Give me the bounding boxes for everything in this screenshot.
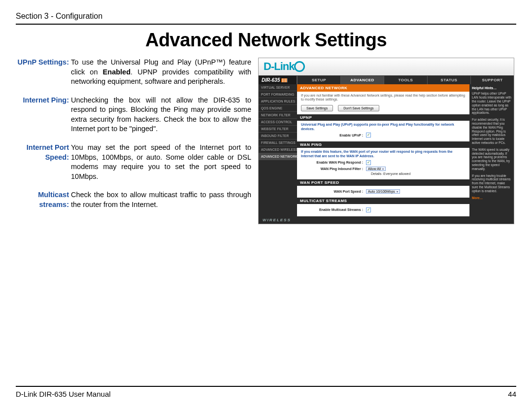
sidenav-item[interactable]: NETWORK FILTER (259, 112, 297, 119)
multicast-heading: MULTICAST STREAMS (297, 198, 469, 204)
wanping-filter-label: WAN Ping Inbound Filter : (301, 167, 366, 171)
router-logo-bar: D-Link (259, 58, 514, 76)
wanping-respond-checkbox[interactable]: ✓ (366, 160, 371, 165)
enable-upnp-label: Enable UPnP : (301, 134, 366, 137)
definition-body: Check the box to allow multicast traffic… (71, 190, 251, 209)
upnp-heading: UPNP (297, 114, 469, 121)
multicast-checkbox[interactable]: ✓ (366, 207, 371, 212)
topnav-item[interactable]: SUPPORT (470, 76, 514, 84)
multicast-label: Enable Multicast Streams : (301, 208, 366, 211)
definition-body: You may set the port speed of the Intern… (71, 143, 251, 181)
intro-text: If you are not familiar with these Advan… (297, 92, 469, 105)
definition-label: UPnP Settings: (16, 58, 71, 87)
sidenav-item[interactable]: WEBSITE FILTER (259, 126, 297, 133)
page-number: 44 (508, 390, 516, 398)
enable-upnp-checkbox[interactable]: ✓ (366, 133, 371, 137)
definition-label: Internet Ping: (16, 96, 71, 134)
definition-row: UPnP Settings:To use the Universal Plug … (16, 58, 251, 87)
upnp-blurb: Universal Plug and Play (UPnP) supports … (301, 123, 466, 132)
topnav-item[interactable]: TOOLS (384, 76, 427, 84)
model-label: DIR-635 (259, 76, 297, 84)
sidenav-item[interactable]: QOS ENGINE (259, 105, 297, 112)
wanping-respond-label: Enable WAN Ping Respond : (301, 161, 366, 164)
sidenav-item[interactable]: INBOUND FILTER (259, 133, 297, 139)
help-panel: Helpful Hints… UPnP helps other UPnP LAN… (469, 84, 514, 216)
definition-body: Unchecking the box will not allow the DI… (71, 96, 251, 134)
help-more-link[interactable]: More… (472, 196, 483, 200)
sidenav-item[interactable]: ACCESS CONTROL (259, 119, 297, 126)
portspeed-select[interactable]: Auto 10/100Mbps (366, 189, 400, 194)
section-header: Section 3 - Configuration (16, 12, 516, 25)
help-p1: UPnP helps other UPnP LAN hosts interope… (472, 92, 511, 115)
router-content: ADVANCED NETWORK If you are not familiar… (297, 84, 469, 216)
content-heading: ADVANCED NETWORK (297, 84, 469, 92)
router-footer: WIRELESS (259, 216, 514, 224)
brand-logo: D-Link (264, 60, 306, 73)
sidenav-item[interactable]: ADVANCED NETWORK (259, 153, 297, 160)
help-heading: Helpful Hints… (472, 86, 511, 90)
help-p4: If you are having trouble receiving mult… (472, 174, 511, 193)
definition-row: Internet Port Speed:You may set the port… (16, 143, 251, 181)
topnav-item[interactable]: STATUS (427, 76, 470, 84)
sidenav-item[interactable]: ADVANCED WIRELESS (259, 146, 297, 153)
top-nav: SETUPADVANCEDTOOLSSTATUSSUPPORT (297, 76, 514, 84)
sidenav-item[interactable]: APPLICATION RULES (259, 98, 297, 105)
side-nav: VIRTUAL SERVERPORT FORWARDINGAPPLICATION… (259, 84, 297, 216)
topnav-item[interactable]: SETUP (297, 76, 340, 84)
sidenav-item[interactable]: VIRTUAL SERVER (259, 84, 297, 91)
wanping-heading: WAN PING (297, 141, 469, 148)
definition-body: To use the Universal Plug and Play (UPnP… (71, 58, 251, 87)
wanping-blurb: If you enable this feature, the WAN port… (301, 150, 466, 159)
sidenav-item[interactable]: PORT FORWARDING (259, 91, 297, 98)
help-p3: The WAN speed is usually detected automa… (472, 148, 511, 171)
footer-left: D-Link DIR-635 User Manual (16, 390, 111, 398)
definition-label: Multicast streams: (16, 190, 71, 209)
help-p2: For added security, it is recommended th… (472, 118, 511, 145)
router-screenshot: D-Link DIR-635 SETUPADVANCEDTOOLSSTATUSS… (258, 58, 514, 224)
definition-row: Multicast streams:Check the box to allow… (16, 190, 251, 209)
topnav-item[interactable]: ADVANCED (340, 76, 384, 84)
wanping-filter-select[interactable]: Allow All (366, 167, 386, 171)
portspeed-label: WAN Port Speed : (301, 190, 366, 193)
portspeed-heading: WAN PORT SPEED (297, 179, 469, 186)
definition-label: Internet Port Speed: (16, 143, 71, 181)
definition-row: Internet Ping:Unchecking the box will no… (16, 96, 251, 134)
save-button[interactable]: Save Settings (301, 105, 333, 111)
definitions-column: UPnP Settings:To use the Universal Plug … (16, 58, 251, 224)
sidenav-item[interactable]: FIREWALL SETTINGS (259, 139, 297, 146)
page-title: Advanced Network Settings (16, 30, 516, 51)
dont-save-button[interactable]: Don't Save Settings (338, 105, 379, 111)
